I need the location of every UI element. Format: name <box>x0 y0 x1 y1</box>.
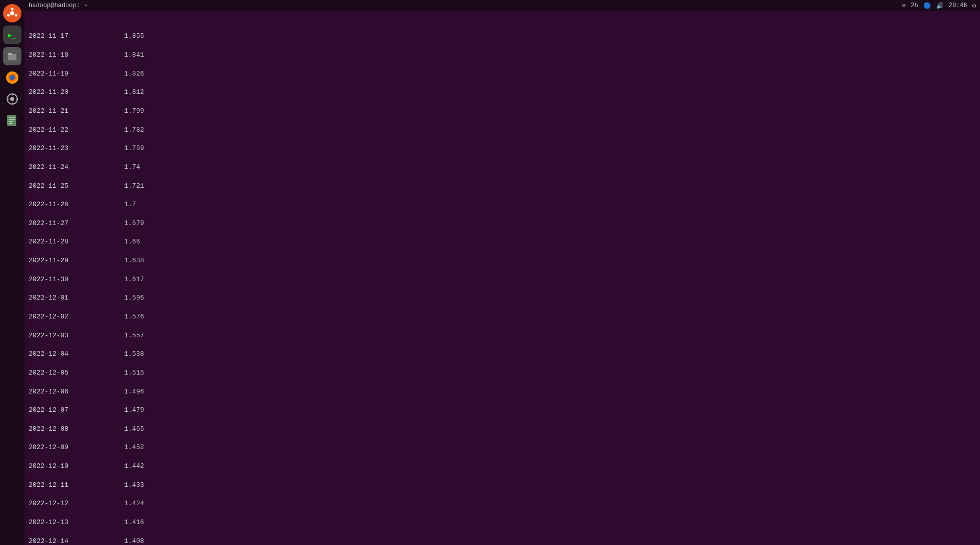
terminal-line: 2022-12-11 1.433 <box>29 481 976 490</box>
terminal-line: 2022-12-01 1.596 <box>29 293 976 303</box>
terminal-line: 2022-11-30 1.617 <box>29 275 976 284</box>
terminal-line: 2022-12-05 1.515 <box>29 368 976 378</box>
terminal-line: 2022-12-09 1.452 <box>29 443 976 452</box>
topbar-right: ⌨ 2h 🔵 🔊 20:46 ⚙ <box>902 2 976 10</box>
keyboard-indicator: ⌨ <box>902 2 905 10</box>
terminal-output[interactable]: 2022-11-17 1.855 2022-11-18 1.841 2022-1… <box>24 11 980 545</box>
window-title: hadoop@hadoop: ~ <box>29 2 87 9</box>
svg-rect-18 <box>16 98 18 100</box>
clock: 20:46 <box>949 2 967 9</box>
terminal-line: 2022-11-21 1.799 <box>29 107 976 116</box>
terminal-line: 2022-12-07 1.479 <box>29 406 976 415</box>
taskbar: ▶_ <box>0 0 24 545</box>
time-indicator-2h: 2h <box>911 2 918 9</box>
svg-point-4 <box>7 14 10 17</box>
svg-rect-23 <box>9 123 12 124</box>
ubuntu-icon[interactable] <box>3 4 21 22</box>
svg-point-14 <box>10 97 14 101</box>
terminal-line: 2022-11-25 1.721 <box>29 182 976 191</box>
terminal-line: 2022-11-22 1.782 <box>29 126 976 135</box>
svg-rect-16 <box>12 103 13 105</box>
svg-point-3 <box>15 14 17 17</box>
terminal-area: hadoop@hadoop: ~ ⌨ 2h 🔵 🔊 20:46 ⚙ 2022-1… <box>24 0 980 545</box>
terminal-line: 2022-11-18 1.841 <box>29 51 976 60</box>
svg-rect-21 <box>9 119 15 120</box>
volume-icon: 🔊 <box>936 2 944 10</box>
topbar-left: hadoop@hadoop: ~ <box>29 2 87 9</box>
terminal-line: 2022-12-04 1.538 <box>29 350 976 359</box>
terminal-line: 2022-12-08 1.465 <box>29 425 976 434</box>
topbar-settings-icon[interactable]: ⚙ <box>972 2 976 10</box>
svg-point-1 <box>10 11 14 15</box>
terminal-line: 2022-11-19 1.826 <box>29 69 976 79</box>
svg-point-2 <box>11 8 14 11</box>
terminal-line: 2022-12-06 1.496 <box>29 387 976 397</box>
terminal-line: 2022-11-23 1.759 <box>29 144 976 153</box>
svg-rect-15 <box>12 93 13 95</box>
svg-point-12 <box>10 75 15 80</box>
svg-text:▶_: ▶_ <box>8 32 16 39</box>
text-editor-taskbar-icon[interactable] <box>3 111 21 130</box>
terminal-line: 2022-11-17 1.855 <box>29 32 976 41</box>
terminal-line: 2022-11-27 1.679 <box>29 219 976 228</box>
firefox-taskbar-icon[interactable] <box>3 68 21 87</box>
settings-taskbar-icon[interactable] <box>3 90 21 108</box>
svg-rect-19 <box>7 115 16 126</box>
svg-rect-20 <box>9 117 15 118</box>
terminal-line: 2022-12-10 1.442 <box>29 462 976 471</box>
terminal-line: 2022-12-03 1.557 <box>29 331 976 340</box>
terminal-line: 2022-11-20 1.812 <box>29 88 976 97</box>
topbar: hadoop@hadoop: ~ ⌨ 2h 🔵 🔊 20:46 ⚙ <box>24 0 980 11</box>
terminal-line: 2022-12-14 1.408 <box>29 537 976 545</box>
files-taskbar-icon[interactable] <box>3 47 21 65</box>
terminal-line: 2022-11-26 1.7 <box>29 200 976 209</box>
svg-rect-9 <box>8 53 12 55</box>
bluetooth-icon: 🔵 <box>923 2 931 10</box>
terminal-taskbar-icon[interactable]: ▶_ <box>3 26 21 44</box>
terminal-line: 2022-11-29 1.638 <box>29 256 976 265</box>
svg-rect-22 <box>9 121 13 122</box>
terminal-line: 2022-12-12 1.424 <box>29 499 976 508</box>
terminal-line: 2022-12-13 1.416 <box>29 518 976 527</box>
svg-rect-17 <box>7 98 9 100</box>
terminal-line: 2022-12-02 1.576 <box>29 312 976 321</box>
terminal-line: 2022-11-24 1.74 <box>29 163 976 172</box>
terminal-line: 2022-11-28 1.66 <box>29 237 976 246</box>
